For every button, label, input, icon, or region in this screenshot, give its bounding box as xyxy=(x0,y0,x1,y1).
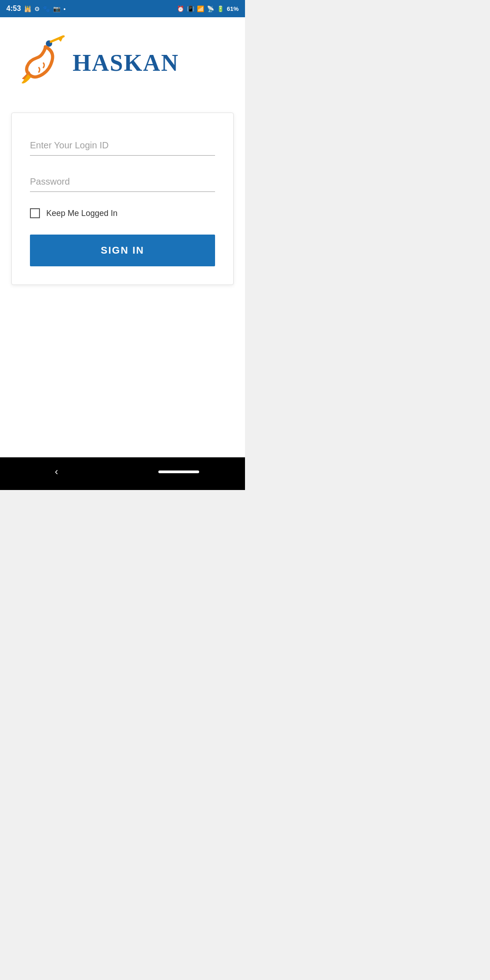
circle-icon: ⊙ xyxy=(34,5,39,12)
dot-icon: • xyxy=(64,5,66,12)
signal-icon: 📡 xyxy=(207,5,214,12)
keep-logged-container: Keep Me Logged In xyxy=(30,208,215,218)
login-id-group xyxy=(30,136,215,156)
mosque-icon: 🕌 xyxy=(24,5,31,12)
status-right: ⏰ 📳 📶 📡 🔋 61% xyxy=(177,5,239,12)
alarm-icon: ⏰ xyxy=(177,5,184,12)
keep-logged-label: Keep Me Logged In xyxy=(46,209,118,218)
instagram-icon: 📷 xyxy=(53,5,60,12)
back-button[interactable]: ‹ xyxy=(46,461,67,482)
vibrate-icon: 📳 xyxy=(187,5,194,12)
password-input[interactable] xyxy=(30,172,215,192)
home-pill[interactable] xyxy=(158,470,199,473)
login-card: Keep Me Logged In SIGN IN xyxy=(11,113,234,285)
keep-logged-checkbox[interactable] xyxy=(30,208,40,218)
bottom-nav: ‹ xyxy=(0,457,245,490)
status-bar: 4:53 🕌 ⊙ 🐾 📷 • ⏰ 📳 📶 📡 🔋 61% xyxy=(0,0,245,17)
battery-percent: 61% xyxy=(227,5,239,12)
password-group xyxy=(30,172,215,192)
android-icon: 🐾 xyxy=(43,5,50,12)
main-content: HASKAN Keep Me Logged In SIGN IN xyxy=(0,17,245,457)
status-time: 4:53 xyxy=(6,5,21,13)
logo-icon xyxy=(18,35,68,90)
battery-icon: 🔋 xyxy=(217,5,224,12)
logo-text: HASKAN xyxy=(73,49,179,76)
wifi-icon: 📶 xyxy=(197,5,204,12)
logo-area: HASKAN xyxy=(18,35,179,90)
login-id-input[interactable] xyxy=(30,136,215,156)
sign-in-button[interactable]: SIGN IN xyxy=(30,235,215,266)
status-left: 4:53 🕌 ⊙ 🐾 📷 • xyxy=(6,5,66,13)
